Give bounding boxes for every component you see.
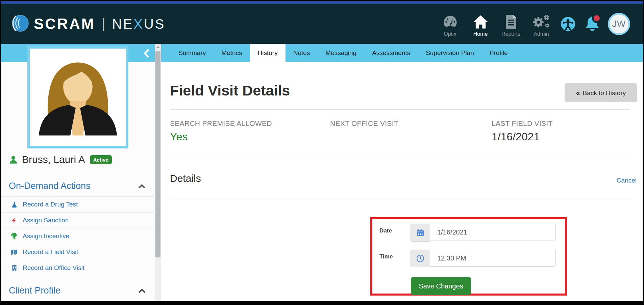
stat-next-office-visit: NEXT OFFICE VISIT: [330, 119, 475, 131]
browser-top-strip: [1, 1, 643, 4]
stat-label: LAST FIELD VISIT: [492, 119, 637, 128]
gauge-icon: [442, 13, 458, 29]
scrollbar-up-arrow[interactable]: [155, 44, 161, 50]
flask-icon: [10, 201, 18, 208]
action-assign-sanction[interactable]: Assign Sanction: [1, 212, 155, 228]
stat-last-field-visit: LAST FIELD VISIT 1/16/2021: [492, 119, 637, 143]
vertical-scrollbar[interactable]: [155, 44, 161, 301]
double-chevron-left-icon: «: [576, 89, 580, 96]
tab-profile[interactable]: Profile: [482, 44, 516, 62]
nav-reports[interactable]: Reports: [497, 11, 525, 37]
client-photo: [27, 46, 128, 148]
accessibility-icon: [561, 17, 575, 31]
divider: [170, 199, 629, 199]
scrollbar-thumb[interactable]: [155, 51, 160, 257]
user-avatar: JW: [608, 13, 630, 35]
building-icon: [10, 264, 18, 272]
nav-reports-label: Reports: [501, 31, 520, 37]
document-icon: [505, 13, 517, 29]
map-icon: [10, 249, 18, 255]
main-content: Field Visit Details «Back to History SEA…: [161, 62, 643, 301]
app-window: SCRAM | NEXUS Optix: [0, 0, 644, 305]
action-record-office-visit[interactable]: Record an Office Visit: [1, 260, 155, 276]
stat-value: 1/16/2021: [492, 131, 637, 143]
tab-supervision-plan[interactable]: Supervision Plan: [418, 44, 482, 62]
gears-icon: [533, 13, 550, 29]
calendar-icon[interactable]: [411, 224, 430, 242]
logo-separator: |: [102, 16, 105, 31]
stat-search-premise: SEARCH PREMISE ALLOWED Yes: [170, 119, 315, 143]
client-status-badge: Active: [90, 155, 112, 164]
user-menu[interactable]: JW: [606, 13, 632, 35]
person-icon: [9, 155, 18, 164]
client-name: Bruss, Lauri A: [22, 154, 85, 165]
logo-product-text: NEXUS: [112, 17, 166, 32]
app-header: SCRAM | NEXUS Optix: [1, 4, 643, 44]
lightning-bolt-icon: [10, 217, 18, 224]
scram-nexus-logo[interactable]: SCRAM | NEXUS: [10, 13, 166, 34]
nav-admin[interactable]: Admin: [527, 11, 555, 37]
nav-home-label: Home: [473, 31, 488, 37]
back-to-history-button[interactable]: «Back to History: [565, 83, 637, 102]
nav-admin-label: Admin: [534, 31, 549, 37]
on-demand-actions-title: On-Demand Actions: [9, 181, 91, 191]
time-input-group: [411, 250, 556, 267]
action-assign-incentive[interactable]: Assign Incentive: [1, 228, 155, 244]
notification-badge: [592, 13, 601, 23]
logo-brand-text: SCRAM: [34, 16, 95, 32]
date-label: Date: [379, 227, 392, 234]
nav-optix[interactable]: Optix: [436, 11, 464, 37]
tab-notes[interactable]: Notes: [286, 44, 318, 62]
chevron-left-icon: [143, 49, 149, 58]
client-profile-title: Client Profile: [9, 285, 60, 296]
chevron-up-icon: [139, 184, 145, 189]
scram-globe-icon: [10, 13, 30, 34]
chevron-up-icon: [139, 288, 145, 293]
time-label: Time: [379, 253, 393, 260]
action-record-drug-test[interactable]: Record a Drug Test: [1, 196, 155, 212]
sidebar-collapse-button[interactable]: [143, 49, 150, 58]
page-title: Field Visit Details: [170, 82, 290, 99]
stat-label: NEXT OFFICE VISIT: [330, 119, 475, 128]
action-record-field-visit[interactable]: Record a Field Visit: [1, 244, 155, 260]
nav-home[interactable]: Home: [466, 11, 495, 37]
accessibility-button[interactable]: [558, 17, 578, 31]
on-demand-actions-list: Record a Drug Test Assign Sanction Assig…: [1, 196, 155, 276]
stat-label: SEARCH PREMISE ALLOWED: [170, 119, 315, 128]
divider: [170, 109, 629, 110]
nav-optix-label: Optix: [444, 31, 456, 37]
date-input-group: [411, 224, 556, 242]
client-tabs: Summary Metrics History Notes Messaging …: [171, 44, 516, 62]
stat-value: Yes: [170, 131, 315, 143]
time-input[interactable]: [430, 250, 556, 267]
tab-assessments[interactable]: Assessments: [364, 44, 418, 62]
cancel-link[interactable]: Cancel: [617, 177, 637, 184]
tab-metrics[interactable]: Metrics: [214, 44, 250, 62]
divider: [170, 156, 629, 156]
trophy-icon: [10, 232, 18, 240]
clock-icon[interactable]: [411, 250, 430, 267]
home-icon: [473, 13, 489, 29]
save-changes-button[interactable]: Save Changes: [411, 277, 471, 295]
on-demand-actions-header[interactable]: On-Demand Actions: [9, 181, 145, 191]
tab-summary[interactable]: Summary: [171, 44, 214, 62]
date-input[interactable]: [430, 224, 556, 241]
tab-messaging[interactable]: Messaging: [318, 44, 364, 62]
client-profile-header[interactable]: Client Profile: [9, 285, 145, 296]
notifications-button[interactable]: [580, 16, 604, 32]
client-name-row: Bruss, Lauri A Active: [9, 154, 112, 165]
details-heading: Details: [170, 173, 201, 184]
header-nav: Optix Home: [436, 11, 632, 37]
tab-history[interactable]: History: [250, 44, 286, 62]
